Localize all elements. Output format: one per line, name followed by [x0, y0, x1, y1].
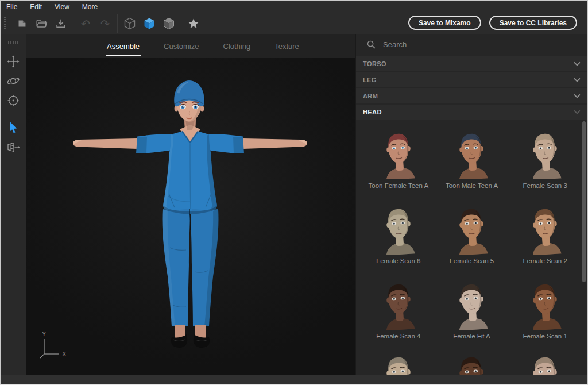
tab-customize[interactable]: Customize	[163, 36, 200, 56]
view-wireframe-button[interactable]	[120, 15, 140, 32]
tab-assemble[interactable]: Assemble	[106, 36, 141, 56]
head-item-female-scan-2[interactable]: Female Scan 2	[508, 197, 582, 272]
toolbar-grip[interactable]	[4, 17, 6, 30]
head-item-female-scan-5[interactable]: Female Scan 5	[435, 197, 509, 272]
cube-solid-icon	[142, 17, 156, 30]
section-leg[interactable]: LEG	[356, 72, 587, 87]
axis-x-label: X	[62, 351, 67, 357]
zoom-tool-button[interactable]	[3, 91, 23, 110]
toolbar: ↶ ↷	[1, 13, 587, 34]
menu-bar: File Edit View More	[1, 1, 587, 13]
view-solid-button[interactable]	[140, 15, 159, 32]
head-thumbnail	[444, 278, 498, 330]
head-item-female-scan-1[interactable]: Female Scan 1	[508, 272, 582, 348]
favorites-star-icon	[187, 17, 200, 30]
head-item-toon-male-teen-a[interactable]: Toon Male Teen A	[435, 122, 509, 197]
search-input[interactable]	[383, 40, 577, 49]
head-item-partial[interactable]	[362, 348, 435, 375]
head-item-female-scan-6[interactable]: Female Scan 6	[362, 197, 435, 272]
head-thumbnail	[518, 278, 572, 330]
view-textured-button[interactable]	[159, 15, 179, 32]
viewport-canvas[interactable]: Y X	[26, 58, 355, 375]
select-tool-icon	[6, 121, 20, 134]
head-thumbnail	[372, 278, 425, 330]
chevron-down-icon	[574, 110, 581, 114]
orbit-tool-button[interactable]	[3, 71, 23, 91]
head-thumbnail	[518, 351, 572, 375]
save-to-cc-libraries-button[interactable]: Save to CC Libraries	[489, 16, 577, 30]
search-icon	[366, 40, 376, 49]
menu-more[interactable]: More	[82, 3, 98, 11]
head-thumbnail	[372, 351, 425, 375]
sidebar-grip[interactable]	[8, 41, 18, 44]
tab-clothing[interactable]: Clothing	[222, 36, 252, 56]
toolbar-separator	[181, 14, 181, 33]
head-thumbnail	[444, 128, 498, 179]
chevron-down-icon	[574, 61, 581, 66]
pan-tool-button[interactable]	[3, 52, 23, 71]
section-arm[interactable]: ARM	[356, 88, 587, 103]
chevron-down-icon	[574, 94, 581, 98]
section-head[interactable]: HEAD	[356, 105, 587, 120]
head-item-female-scan-3[interactable]: Female Scan 3	[508, 122, 582, 197]
character-model[interactable]	[26, 58, 355, 375]
section-head-label: HEAD	[363, 109, 382, 116]
new-character-button[interactable]	[12, 15, 32, 32]
sidebar-separator	[5, 114, 22, 114]
toolbar-separator	[117, 14, 118, 33]
head-item-label: Female Scan 3	[523, 182, 567, 189]
light-tool-button[interactable]	[3, 137, 23, 157]
head-thumbnail	[518, 203, 572, 255]
app-window: File Edit View More	[0, 0, 588, 385]
new-character-icon	[16, 17, 28, 30]
select-tool-button[interactable]	[3, 118, 23, 137]
section-torso[interactable]: TORSO	[356, 56, 587, 71]
head-thumbnail	[372, 128, 425, 179]
head-item-partial[interactable]	[435, 348, 509, 375]
head-item-female-scan-4[interactable]: Female Scan 4	[362, 272, 435, 348]
pan-tool-icon	[6, 55, 20, 68]
redo-button[interactable]: ↷	[95, 15, 115, 32]
search-bar	[361, 34, 583, 55]
save-to-mixamo-button[interactable]: Save to Mixamo	[408, 16, 481, 30]
head-item-label: Female Fit A	[453, 333, 490, 340]
head-item-label: Female Scan 2	[523, 257, 567, 264]
section-torso-label: TORSO	[363, 60, 386, 67]
assets-panel: TORSO LEG ARM HEAD	[355, 34, 587, 375]
import-button[interactable]	[51, 15, 71, 32]
light-tool-icon	[6, 140, 21, 154]
head-item-partial[interactable]	[508, 348, 582, 375]
head-item-female-fit-a[interactable]: Female Fit A	[435, 272, 509, 348]
import-icon	[55, 17, 67, 30]
menu-edit[interactable]: Edit	[30, 3, 42, 11]
head-thumbnail	[444, 203, 498, 255]
cube-textured-icon	[162, 17, 176, 30]
redo-icon: ↷	[100, 18, 110, 29]
open-button[interactable]	[32, 15, 51, 32]
head-thumbnail	[372, 203, 425, 255]
menu-view[interactable]: View	[55, 3, 69, 11]
axis-gizmo: Y X	[38, 330, 72, 362]
panel-scrollbar[interactable]	[582, 121, 586, 282]
head-thumbnail	[518, 128, 572, 179]
undo-button[interactable]: ↶	[76, 15, 95, 32]
toolbar-separator	[73, 14, 74, 33]
toolbar-actions: Save to Mixamo Save to CC Libraries	[408, 16, 577, 30]
section-leg-label: LEG	[363, 76, 377, 83]
head-thumbnail	[444, 351, 498, 375]
status-bar	[1, 375, 587, 384]
open-folder-icon	[35, 17, 48, 30]
head-item-toon-female-teen-a[interactable]: Toon Female Teen A	[362, 122, 435, 197]
head-item-label: Female Scan 5	[450, 257, 494, 264]
head-grid: Toon Female Teen A	[356, 120, 587, 375]
menu-file[interactable]: File	[6, 3, 17, 11]
zoom-tool-icon	[6, 94, 20, 107]
mode-tabs: Assemble Customize Clothing Texture	[26, 34, 355, 58]
favorites-button[interactable]	[184, 15, 203, 32]
axis-y-label: Y	[42, 330, 47, 337]
orbit-tool-icon	[6, 74, 21, 88]
chevron-down-icon	[574, 78, 581, 82]
tab-texture[interactable]: Texture	[273, 36, 300, 56]
viewport: Assemble Customize Clothing Texture	[26, 34, 355, 375]
cube-wireframe-icon	[123, 17, 137, 30]
